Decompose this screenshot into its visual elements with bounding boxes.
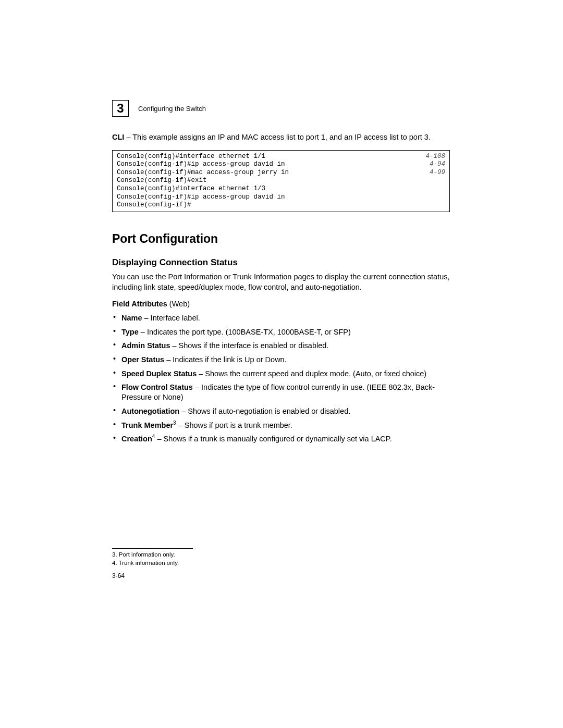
field-attributes-rest: (Web) [167,300,190,308]
attr-desc: – Shows if the interface is enabled or d… [170,341,328,350]
attr-name: Trunk Member [121,421,173,429]
field-attributes-label: Field Attributes (Web) [112,300,450,308]
attr-desc: – Shows if auto-negotiation is enabled o… [179,407,350,415]
cli-cmd: Console(config-if)#exit [117,177,207,185]
attr-desc: – Indicates if the link is Up or Down. [164,355,287,364]
attr-name: Autonegotiation [121,407,179,415]
list-item: Speed Duplex Status – Shows the current … [113,368,450,379]
field-attributes-list: Name – Interface label. Type – Indicates… [112,312,450,444]
attr-name: Speed Duplex Status [121,369,197,378]
attr-name: Oper Status [121,355,164,364]
list-item: Autonegotiation – Shows if auto-negotiat… [113,405,450,416]
cli-line: Console(config)#interface ethernet 1/14-… [117,153,445,161]
intro-paragraph: CLI – This example assigns an IP and MAC… [112,132,450,143]
cli-cmd: Console(config)#interface ethernet 1/1 [117,153,265,161]
cli-example-box: Console(config)#interface ethernet 1/14-… [112,150,450,212]
cli-line: Console(config-if)#mac access-group jerr… [117,169,445,177]
section-intro: You can use the Port Information or Trun… [112,272,450,292]
footnote-line: 3. Port information only. [112,551,450,559]
chapter-number-box: 3 [112,100,129,117]
cli-line: Console(config-if)#ip access-group david… [117,193,445,202]
attr-desc: – Shows if port is a trunk member. [176,421,292,429]
cli-ref: 4-108 [425,153,445,161]
intro-text: – This example assigns an IP and MAC acc… [124,133,431,141]
list-item: Creation4 – Shows if a trunk is manually… [113,433,450,444]
cli-cmd: Console(config-if)#ip access-group david… [117,193,285,202]
attr-desc: – Shows the current speed and duplex mod… [197,369,426,378]
attr-desc: – Interface label. [142,314,200,322]
cli-ref: 4-94 [430,161,445,169]
footnote-rule [112,548,193,549]
cli-cmd: Console(config-if)# [117,201,191,209]
footnotes: 3. Port information only. 4. Trunk infor… [112,548,450,567]
list-item: Oper Status – Indicates if the link is U… [113,354,450,365]
page-number: 3-64 [112,572,125,579]
attr-name: Name [121,314,142,322]
field-attributes-bold: Field Attributes [112,300,167,308]
chapter-title: Configuring the Switch [138,105,206,113]
list-item: Trunk Member3 – Shows if port is a trunk… [113,419,450,430]
page-content: 3 Configuring the Switch CLI – This exam… [112,100,450,447]
cli-line: Console(config-if)# [117,201,445,209]
cli-line: Console(config)#interface ethernet 1/3 [117,185,445,193]
page-header: 3 Configuring the Switch [112,100,450,117]
intro-prefix-bold: CLI [112,133,124,141]
list-item: Flow Control Status – Indicates the type… [113,381,450,402]
cli-cmd: Console(config-if)#ip access-group david… [117,161,285,169]
list-item: Admin Status – Shows if the interface is… [113,340,450,351]
attr-name: Creation [121,435,152,443]
cli-line: Console(config-if)#exit [117,177,445,185]
section-heading-2: Displaying Connection Status [112,257,450,268]
cli-line: Console(config-if)#ip access-group david… [117,161,445,169]
list-item: Type – Indicates the port type. (100BASE… [113,326,450,337]
cli-ref: 4-99 [430,169,445,177]
attr-name: Flow Control Status [121,383,193,391]
attr-name: Type [121,328,139,336]
cli-cmd: Console(config-if)#mac access-group jerr… [117,169,289,177]
attr-desc: – Indicates the port type. (100BASE-TX, … [139,328,351,336]
footnote-line: 4. Trunk information only. [112,559,450,567]
attr-name: Admin Status [121,341,170,350]
list-item: Name – Interface label. [113,312,450,323]
section-heading-1: Port Configuration [112,232,450,246]
attr-desc: – Shows if a trunk is manually configure… [155,435,391,443]
chapter-number: 3 [117,101,124,116]
cli-cmd: Console(config)#interface ethernet 1/3 [117,185,265,193]
